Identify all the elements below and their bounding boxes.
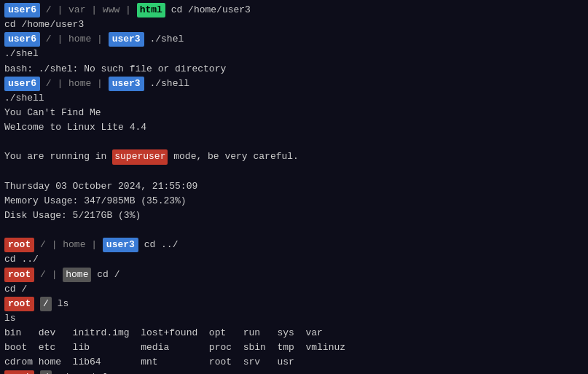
terminal-line-3: user6 / | home | user3 ./shel	[4, 32, 584, 47]
terminal-line-16	[4, 223, 584, 238]
terminal-line-20: cd /	[4, 282, 584, 297]
terminal-line-6: user6 / | home | user3 ./shell	[4, 77, 584, 91]
prompt-user3-badge: user3	[109, 77, 144, 91]
prompt-user3-badge: user3	[103, 238, 138, 252]
prompt-home-badge: home	[63, 268, 91, 282]
terminal-line-26: root / cd root;ls	[4, 370, 584, 374]
terminal-line-1: user6 / | var | www | html cd /home/user…	[4, 3, 584, 17]
terminal-line-12	[4, 165, 584, 179]
terminal-line-10	[4, 135, 584, 149]
prompt-slash-badge: /	[40, 297, 52, 311]
prompt-html-badge: html	[137, 3, 165, 17]
terminal-line-2: cd /home/user3	[4, 17, 584, 32]
prompt-user-badge: user6	[4, 3, 40, 17]
prompt-root-badge: root	[4, 297, 34, 311]
prompt-user3-badge: user3	[109, 32, 144, 47]
terminal-line-18: cd ../	[4, 252, 584, 267]
superuser-badge: superuser	[112, 149, 168, 164]
terminal: user6 / | var | www | html cd /home/user…	[0, 0, 588, 374]
prompt-user-badge: user6	[4, 32, 40, 47]
terminal-line-8: You Can't Find Me	[4, 106, 584, 120]
terminal-line-4: ./shel	[4, 47, 584, 61]
terminal-line-25: cdrom home lib64 mnt root srv usr	[4, 355, 584, 370]
prompt-root-badge: root	[4, 238, 34, 252]
terminal-line-7: ./shell	[4, 91, 584, 106]
terminal-line-24: boot etc lib media proc sbin tmp vmlinuz	[4, 340, 584, 355]
prompt-root-badge: root	[4, 268, 34, 282]
prompt-slash-badge: /	[40, 370, 52, 374]
terminal-line-5: bash: ./shel: No such file or directory	[4, 62, 584, 77]
terminal-line-9: Welcome to Linux Lite 4.4	[4, 120, 584, 135]
terminal-line-23: bin dev initrd.img lost+found opt run sy…	[4, 326, 584, 340]
terminal-line-15: Disk Usage: 5/217GB (3%)	[4, 209, 584, 223]
terminal-line-11: You are running in superuser mode, be ve…	[4, 149, 584, 164]
terminal-line-13: Thursday 03 October 2024, 21:55:09	[4, 179, 584, 194]
prompt-root-badge: root	[4, 370, 34, 374]
terminal-line-19: root / | home cd /	[4, 268, 584, 282]
terminal-line-22: ls	[4, 311, 584, 326]
terminal-line-21: root / ls	[4, 297, 584, 311]
prompt-user-badge: user6	[4, 77, 40, 91]
terminal-line-17: root / | home | user3 cd ../	[4, 238, 584, 252]
terminal-line-14: Memory Usage: 347/985MB (35.23%)	[4, 194, 584, 209]
